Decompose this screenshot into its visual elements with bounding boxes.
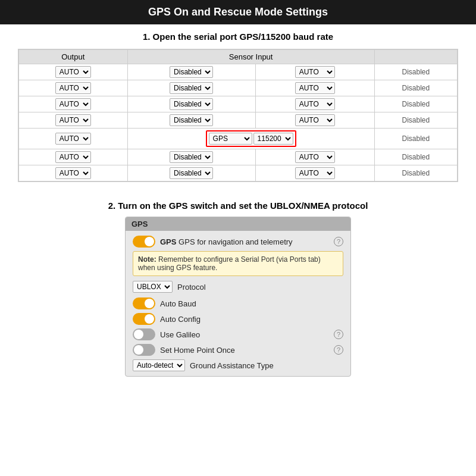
table-row: AUTODisabledGPSAUTO115200Disabled (19, 149, 458, 165)
output-select[interactable]: AUTO (55, 98, 91, 110)
sensor-type-select[interactable]: DisabledGPS (170, 82, 213, 94)
gps-toggle-row: GPS GPS for navigation and telemetry ? (133, 236, 343, 248)
table-row: AUTODisabledGPSAUTO115200Disabled (19, 80, 458, 96)
protocol-select[interactable]: UBLOX NMEA (133, 281, 173, 293)
section-2: 2. Turn on the GPS switch and set the UB… (0, 191, 476, 384)
sensor-type-select[interactable]: DisabledGPS (170, 66, 213, 78)
sensor-baud-cell: AUTO115200 (255, 112, 374, 129)
output-cell: AUTO (19, 96, 128, 112)
col-sensor-header: Sensor Input (127, 50, 374, 64)
sensor-baud-cell: AUTO115200 (255, 149, 374, 165)
serial-port-table: Output Sensor Input AUTODisabledGPSAUTO1… (18, 49, 458, 181)
sensor-type-select[interactable]: DisabledGPS (170, 167, 213, 179)
disabled-cell: Disabled (374, 149, 457, 165)
protocol-row: UBLOX NMEA Protocol (133, 281, 343, 293)
ground-assist-row: Auto-detect Ground Assistance Type (133, 359, 343, 371)
sensor-type-select[interactable]: DisabledGPS (170, 114, 213, 126)
output-cell: AUTO (19, 129, 128, 149)
auto-config-knob (145, 314, 154, 324)
ground-assist-label: Ground Assistance Type (190, 361, 274, 370)
col-output-header: Output (19, 50, 128, 64)
sensor-baud-cell: AUTO115200 (255, 96, 374, 112)
use-galileo-label: Use Galileo (160, 330, 200, 339)
output-select[interactable]: AUTO (55, 114, 91, 126)
output-cell: AUTO (19, 149, 128, 165)
use-galileo-toggle[interactable] (133, 328, 155, 340)
gps-note-box: Note: Remember to configure a Serial Por… (133, 251, 343, 276)
sensor-input-cell: DisabledGPS (127, 112, 255, 129)
section-1-heading: 1. Open the serial port GPS/115200 baud … (18, 32, 458, 42)
section-2-heading: 2. Turn on the GPS switch and set the UB… (18, 198, 458, 211)
sensor-input-cell-highlighted: DisabledGPSAUTO115200 (127, 129, 374, 149)
sensor-input-cell: DisabledGPS (127, 80, 255, 96)
gps-highlight-wrap: DisabledGPSAUTO115200 (206, 130, 296, 147)
output-cell: AUTO (19, 112, 128, 129)
auto-baud-label: Auto Baud (160, 299, 196, 308)
sensor-type-select[interactable]: DisabledGPS (170, 151, 213, 163)
gps-toggle-knob (145, 237, 154, 246)
auto-config-toggle[interactable] (133, 313, 155, 325)
sensor-baud-cell: AUTO115200 (255, 64, 374, 80)
table-row: AUTODisabledGPSAUTO115200Disabled (19, 96, 458, 112)
use-galileo-row: Use Galileo ? (133, 328, 343, 340)
table-row: AUTODisabledGPSAUTO115200Disabled (19, 165, 458, 181)
auto-baud-knob (145, 299, 154, 308)
table-row: AUTODisabledGPSAUTO115200Disabled (19, 64, 458, 80)
col-extra-header (374, 50, 457, 64)
sensor-input-cell: DisabledGPS (127, 165, 255, 181)
output-select[interactable]: AUTO (55, 167, 91, 179)
disabled-cell: Disabled (374, 112, 457, 129)
gps-help-icon[interactable]: ? (334, 237, 343, 246)
serial-port-table-wrapper: Output Sensor Input AUTODisabledGPSAUTO1… (18, 49, 458, 182)
output-cell: AUTO (19, 80, 128, 96)
disabled-cell: Disabled (374, 96, 457, 112)
disabled-cell: Disabled (374, 80, 457, 96)
sensor-input-cell: DisabledGPS (127, 96, 255, 112)
sensor-baud-select[interactable]: AUTO115200 (295, 66, 335, 78)
table-row: AUTODisabledGPSAUTO115200Disabled (19, 129, 458, 149)
gps-panel: GPS GPS GPS for navigation and telemetry… (125, 217, 351, 377)
sensor-baud-cell: AUTO115200 (255, 165, 374, 181)
output-cell: AUTO (19, 165, 128, 181)
sensor-baud-select[interactable]: AUTO115200 (295, 151, 335, 163)
gps-toggle[interactable] (133, 236, 155, 248)
sensor-input-cell: DisabledGPS (127, 64, 255, 80)
galileo-help-icon[interactable]: ? (334, 330, 343, 339)
protocol-label: Protocol (177, 283, 206, 292)
sensor-input-cell: DisabledGPS (127, 149, 255, 165)
note-bold: Note: (138, 255, 156, 264)
auto-baud-toggle[interactable] (133, 298, 155, 309)
sensor-baud-select[interactable]: AUTO115200 (295, 114, 335, 126)
sensor-baud-select[interactable]: AUTO115200 (295, 98, 335, 110)
sensor-baud-select[interactable]: AUTO115200 (295, 167, 335, 179)
output-cell: AUTO (19, 64, 128, 80)
note-text: Remember to configure a Serial Port (via… (138, 255, 321, 272)
set-home-row: Set Home Point Once ? (133, 344, 343, 356)
disabled-cell: Disabled (374, 64, 457, 80)
sensor-type-select[interactable]: DisabledGPS (170, 98, 213, 110)
gps-panel-body: GPS GPS for navigation and telemetry ? N… (126, 231, 350, 376)
disabled-cell: Disabled (374, 165, 457, 181)
auto-config-row: Auto Config (133, 313, 343, 325)
sensor-baud-cell: AUTO115200 (255, 80, 374, 96)
sensor-baud-select[interactable]: AUTO115200 (295, 82, 335, 94)
auto-baud-row: Auto Baud (133, 298, 343, 309)
gps-panel-title: GPS (126, 217, 350, 231)
auto-config-label: Auto Config (160, 315, 201, 324)
ground-assist-select[interactable]: Auto-detect (133, 359, 185, 371)
set-home-label: Set Home Point Once (160, 346, 235, 355)
output-select[interactable]: AUTO (55, 82, 91, 94)
baud-rate-select[interactable]: AUTO115200 (253, 133, 293, 145)
output-select[interactable]: AUTO (55, 151, 91, 163)
use-galileo-knob (134, 330, 143, 339)
disabled-cell: Disabled (374, 129, 457, 149)
set-home-help-icon[interactable]: ? (334, 345, 343, 355)
set-home-toggle[interactable] (133, 344, 155, 356)
table-row: AUTODisabledGPSAUTO115200Disabled (19, 112, 458, 129)
gps-sensor-select[interactable]: DisabledGPS (209, 133, 252, 145)
section-1: 1. Open the serial port GPS/115200 baud … (0, 24, 476, 191)
set-home-knob (134, 345, 143, 355)
page-title: GPS On and Rescue Mode Settings (0, 0, 476, 24)
output-select[interactable]: AUTO (55, 66, 91, 78)
output-select[interactable]: AUTO (55, 133, 91, 145)
